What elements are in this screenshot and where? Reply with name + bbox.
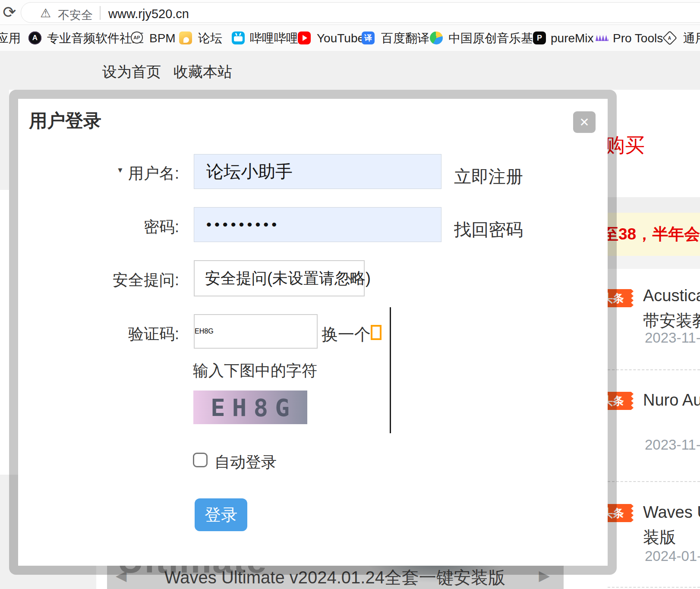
news-date: 2023-11-	[645, 330, 700, 346]
ap-circle-icon[interactable]: AP	[131, 31, 143, 44]
music-base-icon[interactable]	[430, 31, 443, 44]
login-modal-body: 用户登录 ✕ ▼ 用户名: 论坛小助手 立即注册 密码: ••••••••• 找…	[18, 99, 608, 566]
captcha-input[interactable]: EH8G	[194, 314, 318, 349]
news-divider	[608, 481, 700, 482]
screen: ⟳ ⚠ 不安全 www.rjy520.cn 应用 A 专业音频软件社区 AP B…	[0, 0, 700, 589]
vertical-divider	[390, 307, 391, 433]
bookmark-audio-community[interactable]: 专业音频软件社区	[47, 25, 144, 51]
autologin-checkbox[interactable]	[193, 453, 208, 467]
avid-icon[interactable]	[596, 35, 609, 41]
bookmarks-bar: 应用 A 专业音频软件社区 AP BPM 论坛 哔哩哔哩 YouTube 译 百…	[0, 25, 700, 51]
url-text[interactable]: www.rjy520.cn	[108, 7, 189, 21]
username-label: 用户名:	[104, 163, 179, 184]
news-title[interactable]: Nuro Au	[643, 391, 700, 409]
set-homepage-link[interactable]: 设为首页	[102, 62, 161, 82]
puremix-icon[interactable]: P	[533, 31, 546, 44]
generic-diamond-icon[interactable]: A	[662, 31, 677, 45]
bookmark-youtube[interactable]: YouTube	[317, 25, 364, 51]
close-icon[interactable]: ✕	[573, 111, 596, 133]
play-triangle-icon	[303, 35, 307, 41]
news-divider	[608, 369, 700, 370]
browser-toolbar: ⟳ ⚠ 不安全 www.rjy520.cn	[0, 0, 700, 25]
bookmark-baidu-translate[interactable]: 百度翻译	[381, 25, 429, 51]
forum-bubble-icon	[183, 37, 189, 43]
bookmark-music-base[interactable]: 中国原创音乐基地	[448, 25, 545, 51]
bookmark-bilibili[interactable]: 哔哩哔哩	[250, 25, 298, 51]
captcha-refresh-link[interactable]: 换一个	[322, 324, 371, 346]
bookmark-apps[interactable]: 应用	[0, 25, 21, 51]
address-bar[interactable]: ⚠ 不安全 www.rjy520.cn	[21, 2, 700, 23]
login-modal: 用户登录 ✕ ▼ 用户名: 论坛小助手 立即注册 密码: ••••••••• 找…	[9, 90, 617, 575]
forum-icon[interactable]	[179, 31, 192, 44]
tv-screen-icon	[234, 36, 243, 41]
bookmark-site-link[interactable]: 收藏本站	[173, 62, 232, 82]
address-separator	[100, 6, 101, 20]
captcha-hint: 输入下图中的字符	[193, 360, 317, 381]
captcha-value: EH8G	[195, 328, 214, 335]
password-label: 密码:	[104, 217, 179, 238]
audio-community-icon[interactable]: A	[28, 31, 41, 44]
captcha-label: 验证码:	[104, 324, 179, 345]
baidu-translate-icon[interactable]: 译	[362, 31, 375, 44]
news-title[interactable]: Waves U	[643, 503, 700, 522]
news-date: 2023-11-	[645, 437, 700, 453]
password-dots: •••••••••	[194, 216, 280, 233]
news-title[interactable]: Acustica	[643, 287, 700, 305]
username-value: 论坛小助手	[194, 160, 293, 183]
bilibili-icon[interactable]	[232, 31, 245, 44]
bookmark-puremix[interactable]: pureMix	[551, 25, 594, 51]
reload-icon[interactable]: ⟳	[0, 2, 19, 22]
broken-image-icon[interactable]	[371, 325, 382, 340]
bookmark-generic[interactable]: 通用	[683, 25, 700, 51]
page-background-sliver	[0, 90, 9, 190]
not-secure-warning-icon[interactable]: ⚠	[40, 6, 51, 20]
youtube-icon[interactable]	[298, 31, 311, 44]
recover-password-link[interactable]: 找回密码	[454, 218, 523, 242]
security-question-value: 安全提问(未设置请忽略)	[195, 268, 371, 289]
security-question-select[interactable]: 安全提问(未设置请忽略)	[194, 260, 365, 296]
news-date: 2024-01-	[645, 548, 700, 564]
bookmark-forum[interactable]: 论坛	[198, 25, 222, 51]
news-title-line2[interactable]: 装版	[643, 526, 676, 548]
autologin-label[interactable]: 自动登录	[214, 452, 277, 473]
security-question-label: 安全提问:	[97, 270, 179, 291]
bookmark-pro-tools[interactable]: Pro Tools	[613, 25, 663, 51]
not-secure-label[interactable]: 不安全	[58, 7, 93, 23]
login-button[interactable]: 登录	[195, 498, 247, 531]
captcha-image-text: EH8G	[193, 394, 296, 422]
news-divider	[608, 587, 700, 588]
register-link[interactable]: 立即注册	[454, 165, 523, 189]
bookmark-bpm[interactable]: BPM	[149, 25, 176, 51]
news-title-line2[interactable]: 带安装教	[643, 310, 700, 332]
password-input[interactable]: •••••••••	[194, 207, 441, 242]
modal-title: 用户登录	[29, 109, 101, 133]
captcha-image[interactable]: EH8G	[193, 391, 307, 424]
username-input[interactable]: 论坛小助手	[194, 154, 441, 189]
